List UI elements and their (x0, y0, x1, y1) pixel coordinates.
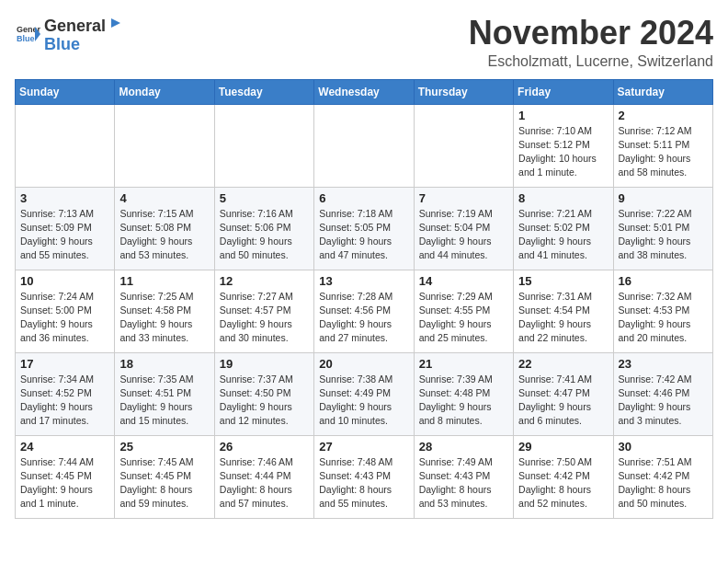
day-number: 25 (119, 440, 209, 454)
svg-marker-3 (111, 18, 120, 28)
calendar-week-row: 17Sunrise: 7:34 AM Sunset: 4:52 PM Dayli… (16, 352, 713, 435)
calendar-day-cell: 1Sunrise: 7:10 AM Sunset: 5:12 PM Daylig… (514, 104, 613, 187)
day-number: 14 (419, 274, 508, 288)
day-number: 7 (419, 191, 508, 205)
day-info: Sunrise: 7:28 AM Sunset: 4:56 PM Dayligh… (319, 290, 408, 346)
day-number: 1 (518, 109, 608, 122)
calendar-day-cell: 3Sunrise: 7:13 AM Sunset: 5:09 PM Daylig… (16, 187, 115, 270)
calendar-day-cell: 28Sunrise: 7:49 AM Sunset: 4:43 PM Dayli… (414, 435, 513, 518)
logo-blue-text: Blue (44, 35, 80, 53)
day-info: Sunrise: 7:29 AM Sunset: 4:55 PM Dayligh… (419, 290, 508, 346)
day-number: 30 (619, 440, 708, 454)
day-number: 13 (319, 274, 408, 288)
day-info: Sunrise: 7:25 AM Sunset: 4:58 PM Dayligh… (119, 290, 209, 346)
day-info: Sunrise: 7:10 AM Sunset: 5:12 PM Dayligh… (518, 124, 608, 180)
calendar-day-cell: 23Sunrise: 7:42 AM Sunset: 4:46 PM Dayli… (613, 352, 712, 435)
day-info: Sunrise: 7:44 AM Sunset: 4:45 PM Dayligh… (20, 455, 109, 511)
day-info: Sunrise: 7:51 AM Sunset: 4:42 PM Dayligh… (619, 455, 708, 511)
calendar-day-cell: 29Sunrise: 7:50 AM Sunset: 4:42 PM Dayli… (514, 435, 613, 518)
day-number: 4 (119, 191, 209, 205)
calendar-day-cell: 25Sunrise: 7:45 AM Sunset: 4:45 PM Dayli… (115, 435, 214, 518)
day-info: Sunrise: 7:45 AM Sunset: 4:45 PM Dayligh… (119, 455, 209, 511)
calendar-day-cell: 26Sunrise: 7:46 AM Sunset: 4:44 PM Dayli… (214, 435, 313, 518)
title-area: November 2024 Escholzmatt, Lucerne, Swit… (469, 15, 713, 70)
day-info: Sunrise: 7:37 AM Sunset: 4:50 PM Dayligh… (220, 373, 309, 429)
day-number: 24 (20, 440, 109, 454)
calendar-day-cell: 4Sunrise: 7:15 AM Sunset: 5:08 PM Daylig… (115, 187, 214, 270)
calendar-day-cell: 10Sunrise: 7:24 AM Sunset: 5:00 PM Dayli… (16, 270, 115, 352)
calendar-empty-cell (414, 104, 513, 187)
calendar-table: SundayMondayTuesdayWednesdayThursdayFrid… (15, 79, 713, 519)
day-info: Sunrise: 7:48 AM Sunset: 4:43 PM Dayligh… (319, 455, 408, 511)
day-info: Sunrise: 7:21 AM Sunset: 5:02 PM Dayligh… (518, 207, 608, 263)
day-info: Sunrise: 7:24 AM Sunset: 5:00 PM Dayligh… (20, 290, 109, 346)
calendar-day-cell: 16Sunrise: 7:32 AM Sunset: 4:53 PM Dayli… (613, 270, 712, 352)
day-info: Sunrise: 7:15 AM Sunset: 5:08 PM Dayligh… (119, 207, 209, 263)
day-number: 8 (518, 191, 608, 205)
calendar-day-cell: 9Sunrise: 7:22 AM Sunset: 5:01 PM Daylig… (613, 187, 712, 270)
calendar-day-cell: 15Sunrise: 7:31 AM Sunset: 4:54 PM Dayli… (514, 270, 613, 352)
calendar-day-cell: 11Sunrise: 7:25 AM Sunset: 4:58 PM Dayli… (115, 270, 214, 352)
day-info: Sunrise: 7:12 AM Sunset: 5:11 PM Dayligh… (619, 124, 708, 180)
calendar-day-cell: 18Sunrise: 7:35 AM Sunset: 4:51 PM Dayli… (115, 352, 214, 435)
calendar-day-cell: 27Sunrise: 7:48 AM Sunset: 4:43 PM Dayli… (314, 435, 414, 518)
month-title: November 2024 (469, 15, 713, 52)
logo: General Blue General Blue (15, 15, 126, 54)
day-number: 15 (518, 274, 608, 288)
weekday-header: Friday (514, 79, 613, 104)
calendar-week-row: 10Sunrise: 7:24 AM Sunset: 5:00 PM Dayli… (16, 270, 713, 352)
day-info: Sunrise: 7:46 AM Sunset: 4:44 PM Dayligh… (220, 455, 309, 511)
day-info: Sunrise: 7:27 AM Sunset: 4:57 PM Dayligh… (220, 290, 309, 346)
day-info: Sunrise: 7:16 AM Sunset: 5:06 PM Dayligh… (220, 207, 309, 263)
day-info: Sunrise: 7:13 AM Sunset: 5:09 PM Dayligh… (20, 207, 109, 263)
calendar-day-cell: 19Sunrise: 7:37 AM Sunset: 4:50 PM Dayli… (214, 352, 313, 435)
day-number: 17 (20, 357, 109, 371)
calendar-empty-cell (16, 104, 115, 187)
calendar-empty-cell (314, 104, 414, 187)
calendar-day-cell: 22Sunrise: 7:41 AM Sunset: 4:47 PM Dayli… (514, 352, 613, 435)
day-number: 11 (119, 274, 209, 288)
day-info: Sunrise: 7:49 AM Sunset: 4:43 PM Dayligh… (419, 455, 508, 511)
day-info: Sunrise: 7:32 AM Sunset: 4:53 PM Dayligh… (619, 290, 708, 346)
location-subtitle: Escholzmatt, Lucerne, Switzerland (469, 53, 713, 70)
svg-text:Blue: Blue (17, 34, 35, 43)
day-number: 5 (220, 191, 309, 205)
day-info: Sunrise: 7:34 AM Sunset: 4:52 PM Dayligh… (20, 373, 109, 429)
logo-icon: General Blue (15, 21, 40, 47)
day-info: Sunrise: 7:38 AM Sunset: 4:49 PM Dayligh… (319, 373, 408, 429)
day-number: 3 (20, 191, 109, 205)
day-info: Sunrise: 7:50 AM Sunset: 4:42 PM Dayligh… (518, 455, 608, 511)
weekday-header: Sunday (16, 79, 115, 104)
logo-arrow-icon (108, 15, 124, 31)
day-info: Sunrise: 7:35 AM Sunset: 4:51 PM Dayligh… (119, 373, 209, 429)
calendar-week-row: 3Sunrise: 7:13 AM Sunset: 5:09 PM Daylig… (16, 187, 713, 270)
day-number: 27 (319, 440, 408, 454)
calendar-day-cell: 20Sunrise: 7:38 AM Sunset: 4:49 PM Dayli… (314, 352, 414, 435)
calendar-day-cell: 21Sunrise: 7:39 AM Sunset: 4:48 PM Dayli… (414, 352, 513, 435)
weekday-header: Thursday (414, 79, 513, 104)
weekday-header: Tuesday (214, 79, 313, 104)
calendar-day-cell: 6Sunrise: 7:18 AM Sunset: 5:05 PM Daylig… (314, 187, 414, 270)
day-info: Sunrise: 7:18 AM Sunset: 5:05 PM Dayligh… (319, 207, 408, 263)
calendar-day-cell: 2Sunrise: 7:12 AM Sunset: 5:11 PM Daylig… (613, 104, 712, 187)
day-number: 19 (220, 357, 309, 371)
day-info: Sunrise: 7:41 AM Sunset: 4:47 PM Dayligh… (518, 373, 608, 429)
day-number: 21 (419, 357, 508, 371)
day-number: 2 (619, 109, 708, 122)
day-number: 26 (220, 440, 309, 454)
logo-general-text: General (44, 17, 106, 36)
day-info: Sunrise: 7:19 AM Sunset: 5:04 PM Dayligh… (419, 207, 508, 263)
day-info: Sunrise: 7:42 AM Sunset: 4:46 PM Dayligh… (619, 373, 708, 429)
calendar-day-cell: 30Sunrise: 7:51 AM Sunset: 4:42 PM Dayli… (613, 435, 712, 518)
day-info: Sunrise: 7:39 AM Sunset: 4:48 PM Dayligh… (419, 373, 508, 429)
calendar-empty-cell (115, 104, 214, 187)
day-number: 10 (20, 274, 109, 288)
day-number: 20 (319, 357, 408, 371)
calendar-empty-cell (214, 104, 313, 187)
calendar-header-row: SundayMondayTuesdayWednesdayThursdayFrid… (16, 79, 713, 104)
day-number: 9 (619, 191, 708, 205)
calendar-week-row: 24Sunrise: 7:44 AM Sunset: 4:45 PM Dayli… (16, 435, 713, 518)
weekday-header: Monday (115, 79, 214, 104)
day-number: 23 (619, 357, 708, 371)
day-number: 16 (619, 274, 708, 288)
